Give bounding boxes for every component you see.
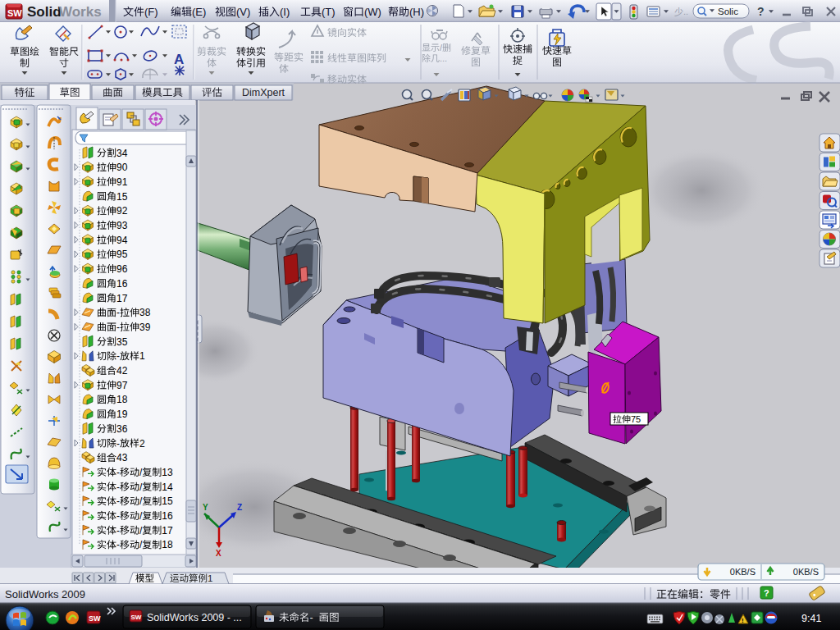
svg-text:(E): (E) xyxy=(192,6,206,18)
svg-text:94: 94 xyxy=(116,235,128,246)
svg-text:15: 15 xyxy=(162,495,173,507)
svg-text:?: ? xyxy=(764,588,769,598)
svg-text:1: 1 xyxy=(208,573,212,583)
svg-text:SW: SW xyxy=(131,614,142,621)
svg-text:97: 97 xyxy=(116,380,128,391)
svg-text:Solid: Solid xyxy=(27,4,62,20)
svg-text:18: 18 xyxy=(162,539,173,550)
svg-text:17: 17 xyxy=(162,525,173,536)
svg-text:Solic: Solic xyxy=(718,7,738,16)
svg-text:95: 95 xyxy=(116,249,128,260)
svg-text:(I): (I) xyxy=(280,6,290,18)
svg-text:SolidWorks 2009: SolidWorks 2009 xyxy=(5,588,85,600)
svg-text:93: 93 xyxy=(116,220,128,231)
svg-text:-: - xyxy=(116,467,120,478)
svg-text:SW: SW xyxy=(7,8,22,18)
svg-text:少..: 少.. xyxy=(674,7,688,16)
svg-text:9:41: 9:41 xyxy=(801,613,821,624)
svg-text:42: 42 xyxy=(116,365,128,377)
svg-text:SolidWorks 2009 - ...: SolidWorks 2009 - ... xyxy=(147,612,242,623)
svg-text:...: ... xyxy=(440,53,447,63)
svg-text:-: - xyxy=(116,525,120,536)
svg-text:-: - xyxy=(116,322,120,333)
svg-text:75: 75 xyxy=(631,414,641,424)
svg-text:Z: Z xyxy=(237,503,242,512)
svg-text:35: 35 xyxy=(116,336,128,348)
svg-text:-: - xyxy=(116,307,120,318)
svg-text:2: 2 xyxy=(139,438,145,450)
svg-text:-: - xyxy=(116,350,120,362)
svg-text:0KB/S: 0KB/S xyxy=(793,567,819,577)
svg-text:(V): (V) xyxy=(236,6,250,18)
svg-text:-: - xyxy=(116,510,120,522)
svg-text:!: ! xyxy=(742,617,744,624)
svg-text:(F): (F) xyxy=(144,6,158,18)
svg-text:(W): (W) xyxy=(364,6,381,18)
svg-text:19: 19 xyxy=(116,409,128,420)
svg-text:43: 43 xyxy=(116,452,128,463)
svg-text:(T): (T) xyxy=(322,6,336,18)
svg-text:16: 16 xyxy=(162,510,173,522)
svg-text:16: 16 xyxy=(116,278,128,290)
svg-text:?: ? xyxy=(757,5,765,18)
svg-text:0KB/S: 0KB/S xyxy=(730,567,756,577)
svg-text:15: 15 xyxy=(116,191,128,203)
svg-text:17: 17 xyxy=(116,293,128,304)
svg-text:1: 1 xyxy=(139,350,145,362)
svg-text:X: X xyxy=(216,549,221,558)
svg-text:-: - xyxy=(116,539,120,550)
svg-text:39: 39 xyxy=(139,322,151,333)
svg-text:-: - xyxy=(310,612,313,623)
svg-text:36: 36 xyxy=(116,423,128,435)
svg-text:13: 13 xyxy=(162,467,173,478)
svg-text:-: - xyxy=(116,495,120,507)
svg-text:(H): (H) xyxy=(409,6,424,18)
svg-text:DimXpert: DimXpert xyxy=(242,87,285,98)
svg-text:91: 91 xyxy=(116,176,128,188)
svg-text:-: - xyxy=(116,438,120,450)
svg-text:Works: Works xyxy=(59,4,102,20)
svg-text:14: 14 xyxy=(162,482,173,493)
svg-text:90: 90 xyxy=(116,162,128,173)
svg-text:38: 38 xyxy=(139,307,151,318)
svg-text:A: A xyxy=(174,52,184,67)
svg-text:18: 18 xyxy=(116,394,128,405)
svg-text:Y: Y xyxy=(203,503,208,512)
svg-text:92: 92 xyxy=(116,205,128,217)
svg-text:SW: SW xyxy=(89,614,101,623)
svg-text:34: 34 xyxy=(116,148,128,159)
svg-text:-: - xyxy=(116,482,120,493)
svg-text:96: 96 xyxy=(116,263,128,275)
